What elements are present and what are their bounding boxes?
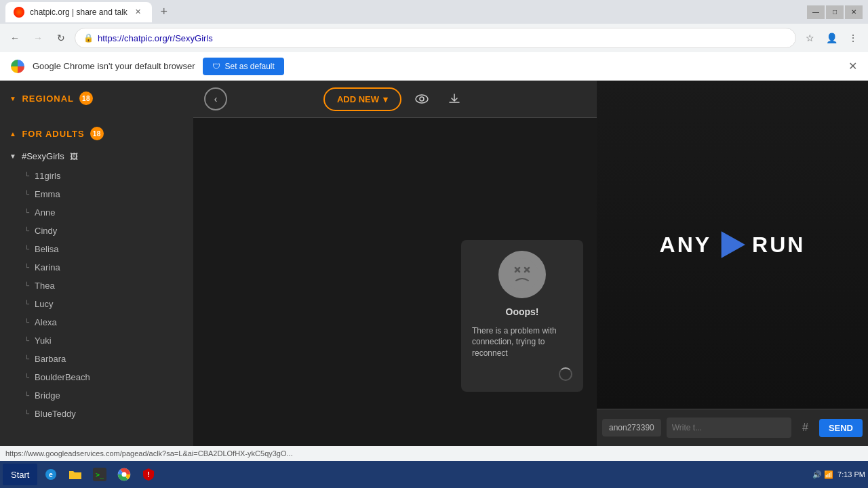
regional-section: ▼ REGIONAL 18 [0, 81, 193, 116]
sidebar-item-belisa[interactable]: └ Belisa [0, 240, 193, 258]
url-text: https://chatpic.org/r/SexyGirls [98, 33, 213, 43]
notification-bar: Google Chrome isn't your default browser… [0, 52, 868, 81]
panel-back-button[interactable]: ‹ [204, 87, 227, 110]
svg-point-2 [506, 258, 538, 291]
add-new-button[interactable]: ADD NEW ▾ [323, 87, 401, 111]
sidebar-item-lucy[interactable]: └ Lucy [0, 295, 193, 313]
lock-icon: 🔒 [83, 33, 94, 43]
chevron-down-icon: ▾ [383, 94, 388, 104]
start-button[interactable]: Start [3, 464, 37, 485]
url-bar[interactable]: 🔒 https://chatpic.org/r/SexyGirls [75, 28, 796, 48]
profile-icon[interactable]: 👤 [822, 28, 841, 47]
address-bar-actions: ☆ 👤 ⋮ [800, 28, 863, 47]
bullet-icon: └ [24, 392, 29, 399]
menu-icon[interactable]: ⋮ [844, 28, 863, 47]
sidebar-item-bridge[interactable]: └ Bridge [0, 386, 193, 405]
sidebar: ▼ REGIONAL 18 ▲ FOR ADULTS 18 ▼ #SexyGir… [0, 81, 193, 446]
sidebar-item-thea[interactable]: └ Thea [0, 277, 193, 295]
taskbar-ie-icon[interactable]: e [40, 464, 62, 485]
back-button[interactable]: ← [5, 28, 24, 47]
for-adults-label: FOR ADULTS [22, 129, 84, 139]
taskbar-shell-icon[interactable]: >_ [89, 464, 111, 485]
sidebar-item-karina[interactable]: └ Karina [0, 258, 193, 277]
forward-button[interactable]: → [28, 28, 47, 47]
sidebar-item-11girls[interactable]: └ 11girls [0, 167, 193, 185]
taskbar-antivirus-icon[interactable]: ! [138, 464, 159, 485]
channel-name: Bridge [35, 390, 60, 401]
right-panel: ANY RUN anon273390 # SEND [597, 81, 868, 446]
bullet-icon: └ [24, 282, 29, 289]
sidebar-item-cindy[interactable]: └ Cindy [0, 222, 193, 240]
tab-close-button[interactable]: ✕ [133, 7, 144, 18]
panel-toolbar: ‹ ADD NEW ▾ [193, 81, 597, 118]
bookmark-icon[interactable]: ☆ [800, 28, 819, 47]
bullet-icon: └ [24, 264, 29, 271]
sidebar-item-alexa[interactable]: └ Alexa [0, 313, 193, 331]
title-bar: chatpic.org | share and talk ✕ + — □ ✕ [0, 0, 868, 24]
regional-header[interactable]: ▼ REGIONAL 18 [0, 86, 193, 110]
sidebar-item-boulderbeach[interactable]: └ BoulderBeach [0, 368, 193, 386]
status-bar: https://www.googleadservices.com/pagead/… [0, 446, 868, 461]
taskbar-chrome-icon[interactable] [113, 464, 135, 485]
svg-point-0 [416, 95, 428, 103]
gallery-icon: 🖼 [70, 152, 78, 161]
add-new-label: ADD NEW [337, 94, 379, 104]
download-button[interactable] [442, 87, 467, 111]
minimize-button[interactable]: — [807, 5, 825, 19]
for-adults-header[interactable]: ▲ FOR ADULTS 18 [0, 121, 193, 146]
bullet-icon: └ [24, 373, 29, 381]
bullet-icon: └ [24, 190, 29, 198]
visibility-button[interactable] [410, 87, 434, 111]
channel-name: Anne [35, 207, 55, 218]
chat-username: anon273390 [602, 419, 661, 436]
set-default-button[interactable]: 🛡 Set as default [203, 58, 283, 75]
taskbar-right-area: 🔊 📶 7:13 PM [812, 470, 865, 479]
tab-favicon [14, 7, 24, 18]
sidebar-item-blueteddy[interactable]: └ BlueTeddy [0, 405, 193, 423]
chat-content: ANY RUN [597, 81, 868, 409]
notification-close-button[interactable]: ✕ [848, 60, 857, 73]
hash-button[interactable]: # [797, 419, 814, 436]
svg-point-12 [122, 472, 127, 477]
for-adults-badge: 18 [90, 127, 104, 140]
chevron-down-icon: ▼ [9, 152, 16, 160]
sidebar-item-emma[interactable]: └ Emma [0, 185, 193, 203]
sidebar-item-yuki[interactable]: └ Yuki [0, 331, 193, 350]
new-tab-button[interactable]: + [155, 3, 174, 22]
main-panel: ‹ ADD NEW ▾ [193, 81, 597, 446]
maximize-button[interactable]: □ [826, 5, 844, 19]
channel-name: BlueTeddy [35, 409, 76, 419]
panel-content: Ooops! There is a problem with connectio… [193, 118, 597, 446]
send-button[interactable]: SEND [819, 419, 863, 437]
channel-name: Alexa [35, 317, 57, 327]
shield-icon: 🛡 [212, 62, 220, 71]
taskbar-time: 7:13 PM [837, 470, 865, 479]
bullet-icon: └ [24, 319, 29, 326]
channel-name: Cindy [35, 226, 57, 236]
anyrun-any-text: ANY [660, 232, 712, 258]
sexy-girls-subsection[interactable]: ▼ #SexyGirls 🖼 [0, 146, 193, 167]
sidebar-item-barbara[interactable]: └ Barbara [0, 350, 193, 368]
svg-text:!: ! [148, 470, 151, 479]
chrome-logo [11, 60, 24, 73]
sidebar-item-anne[interactable]: └ Anne [0, 203, 193, 222]
channel-name: Karina [35, 262, 60, 272]
bullet-icon: └ [24, 355, 29, 363]
svg-text:>_: >_ [96, 471, 104, 479]
chat-input[interactable] [667, 418, 791, 438]
browser-tab[interactable]: chatpic.org | share and talk ✕ [5, 2, 152, 22]
sexy-girls-label: #SexyGirls [22, 151, 64, 161]
bullet-icon: └ [24, 209, 29, 216]
channel-name: Barbara [35, 354, 66, 364]
error-popup: Ooops! There is a problem with connectio… [461, 240, 583, 392]
sad-face-icon [498, 251, 546, 298]
taskbar-folder-icon[interactable] [64, 464, 86, 485]
chat-bar: anon273390 # SEND [597, 409, 868, 446]
bullet-icon: └ [24, 410, 29, 418]
content-area: ▼ REGIONAL 18 ▲ FOR ADULTS 18 ▼ #SexyGir… [0, 81, 868, 446]
address-bar: ← → ↻ 🔒 https://chatpic.org/r/SexyGirls … [0, 24, 868, 52]
reload-button[interactable]: ↻ [52, 28, 71, 47]
close-button[interactable]: ✕ [845, 5, 863, 19]
loading-spinner [559, 367, 572, 381]
error-title: Ooops! [506, 306, 539, 317]
